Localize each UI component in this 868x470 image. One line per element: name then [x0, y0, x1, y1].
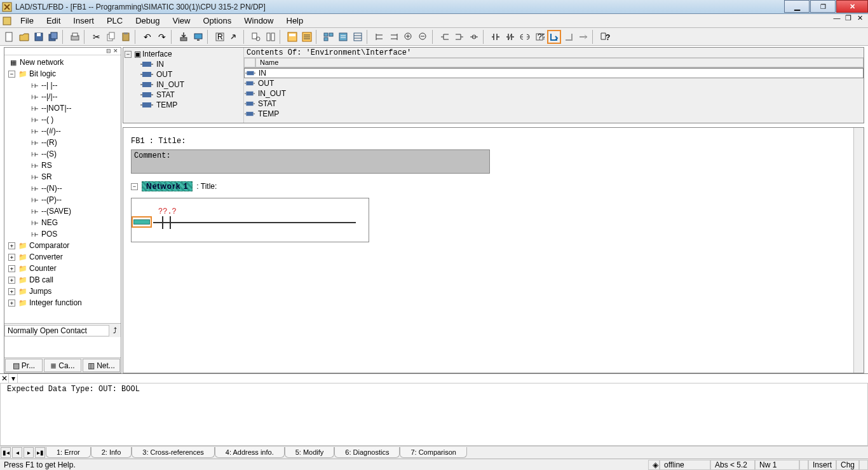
tree-bit-item[interactable]: ⊦⊢POS [4, 228, 121, 240]
menu-file[interactable]: File [14, 14, 40, 27]
goto-button[interactable] [227, 30, 241, 44]
tree-bit-item[interactable]: ⊦⊢--|/|-- [4, 91, 121, 102]
tab-nav-next[interactable]: ▸ [24, 447, 34, 458]
expand-icon[interactable]: + [8, 242, 15, 249]
menu-view[interactable]: View [166, 14, 196, 27]
mdi-restore-icon[interactable]: ❐ [843, 14, 854, 27]
tab-diag[interactable]: 6: Diagnostics [334, 447, 400, 458]
interface-row[interactable]: TEMP [244, 109, 864, 119]
tab-nav-prev[interactable]: ◂ [12, 447, 22, 458]
tree-bit-item[interactable]: ⊦⊢--|NOT|-- [4, 102, 121, 114]
interface-tree[interactable]: −▣Interface INOUTIN_OUTSTATTEMP [123, 48, 244, 123]
save-button[interactable] [32, 30, 46, 44]
tab-compare[interactable]: 7: Comparison [400, 447, 467, 458]
zoom-in-button[interactable] [402, 30, 416, 44]
menu-insert[interactable]: Insert [67, 14, 100, 27]
open-branch-button[interactable] [438, 30, 452, 44]
expand-icon[interactable]: + [8, 277, 15, 284]
tree-bit-item[interactable]: ⊦⊢--(#)-- [4, 125, 121, 137]
tree-folder[interactable]: +📁Jumps [4, 286, 121, 297]
interface-root[interactable]: Interface [141, 50, 172, 59]
tree-folder[interactable]: +📁Converter [4, 251, 121, 263]
interface-row[interactable]: OUT [244, 78, 864, 88]
maximize-button[interactable] [810, 0, 836, 13]
expand-icon[interactable]: + [8, 254, 15, 261]
display-stl-button[interactable] [300, 30, 314, 44]
network-ins-before-button[interactable] [372, 30, 386, 44]
tab-nav-last[interactable]: ▸▮ [35, 447, 45, 458]
block-compare-button[interactable] [264, 30, 278, 44]
close-branch-button[interactable] [452, 30, 466, 44]
close-button[interactable] [836, 0, 868, 13]
interface-row[interactable]: STAT [244, 99, 864, 109]
menu-help[interactable]: Help [280, 14, 310, 27]
menu-debug[interactable]: Debug [129, 14, 166, 27]
context-help-button[interactable]: ? [598, 30, 612, 44]
undo-button[interactable]: ↶ [140, 30, 154, 44]
output-pin-icon[interactable]: ▾ [9, 374, 18, 383]
column-name[interactable]: Name [255, 58, 864, 67]
left-tab-program[interactable]: ▤Pr... [5, 359, 43, 372]
block-search-button[interactable] [249, 30, 263, 44]
menu-options[interactable]: Options [196, 14, 238, 27]
menu-window[interactable]: Window [238, 14, 280, 27]
print-button[interactable] [68, 30, 82, 44]
tree-folder[interactable]: +📁DB call [4, 274, 121, 286]
tree-bit-item[interactable]: ⊦⊢RS [4, 160, 121, 171]
minimize-button[interactable] [784, 0, 810, 13]
branch-close-button[interactable] [562, 30, 576, 44]
block-title[interactable]: FB1 : Title: [131, 137, 856, 146]
no-contact-button[interactable] [489, 30, 503, 44]
catalog-button[interactable] [351, 30, 365, 44]
interface-tree-item[interactable]: STAT [125, 90, 242, 100]
tree-bit-item[interactable]: ⊦⊢--| |-- [4, 79, 121, 91]
tab-error[interactable]: 1: Error [46, 447, 91, 458]
tree-bit-item[interactable]: ⊦⊢--(S) [4, 148, 121, 160]
mdi-minimize-icon[interactable]: — [831, 14, 843, 27]
tree-bit-item[interactable]: ⊦⊢--(N)-- [4, 183, 121, 194]
copy-button[interactable] [104, 30, 118, 44]
expand-icon[interactable]: + [8, 300, 15, 307]
pin-icon[interactable]: ⤴ [109, 326, 121, 335]
interface-tree-item[interactable]: TEMP [125, 100, 242, 110]
interface-row[interactable]: IN [244, 68, 864, 78]
tree-folder[interactable]: +📁Integer function [4, 297, 121, 308]
connection-button[interactable] [576, 30, 590, 44]
element-tree[interactable]: ▦New network −📁Bit logic ⊦⊢--| |--⊦⊢--|/… [4, 55, 121, 323]
overview-button[interactable] [322, 30, 336, 44]
network-collapse-icon[interactable]: − [131, 183, 138, 190]
interface-tree-item[interactable]: OUT [125, 69, 242, 79]
nc-contact-button[interactable] [503, 30, 517, 44]
menu-plc[interactable]: PLC [100, 14, 129, 27]
new-button[interactable] [3, 30, 17, 44]
redo-button[interactable]: ↷ [155, 30, 169, 44]
tree-folder[interactable]: +📁Comparator [4, 240, 121, 251]
mdi-close-icon[interactable]: ✕ [854, 14, 865, 27]
tab-modify[interactable]: 5: Modify [285, 447, 335, 458]
detail-button[interactable] [336, 30, 350, 44]
tab-info[interactable]: 2: Info [91, 447, 132, 458]
tree-bit-logic[interactable]: Bit logic [28, 69, 56, 78]
save-all-button[interactable] [46, 30, 60, 44]
output-close-icon[interactable]: ✕ [0, 374, 9, 383]
paste-button[interactable] [119, 30, 133, 44]
coil-button[interactable] [518, 30, 532, 44]
interface-tree-item[interactable]: IN [125, 59, 242, 69]
network-editor[interactable]: FB1 : Title: Comment: − Network 1 : Titl… [123, 127, 864, 373]
tree-folder[interactable]: +📁Counter [4, 263, 121, 274]
expand-icon[interactable]: + [8, 265, 15, 272]
interface-row[interactable]: IN_OUT [244, 88, 864, 99]
cut-button[interactable]: ✂ [90, 30, 104, 44]
left-tab-network[interactable]: ▥Net... [83, 359, 120, 372]
network-ins-after-button[interactable] [387, 30, 401, 44]
tab-nav-first[interactable]: ▮◂ [1, 447, 11, 458]
tree-bit-item[interactable]: ⊦⊢--(R) [4, 137, 121, 148]
connector-button[interactable] [467, 30, 481, 44]
tab-address[interactable]: 4: Address info. [215, 447, 285, 458]
tree-bit-item[interactable]: ⊦⊢--(SAVE) [4, 205, 121, 217]
ladder-rung[interactable]: ??.? [131, 198, 369, 242]
vertical-scrollbar[interactable] [853, 128, 864, 373]
empty-box-button[interactable]: ?? [532, 30, 546, 44]
branch-open-button[interactable] [547, 30, 561, 44]
network-title-suffix[interactable]: : Title: [196, 182, 217, 191]
